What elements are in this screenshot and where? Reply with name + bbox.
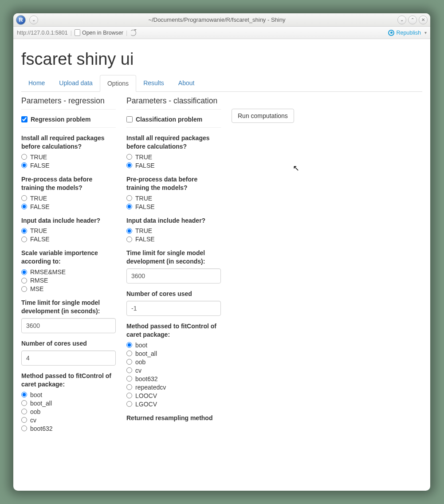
- cls-time-group: Time limit for single model development …: [126, 249, 221, 284]
- page-icon: [75, 29, 80, 36]
- reg-time-input[interactable]: [21, 318, 116, 333]
- cls-fit-group: Method passed to fitControl of caret pac…: [126, 322, 221, 408]
- url-field[interactable]: http://127.0.0.1:5801: [17, 30, 68, 36]
- cls-time-input[interactable]: [126, 268, 221, 284]
- tab-results[interactable]: Results: [136, 75, 171, 91]
- content-scroll[interactable]: fscaret shiny ui Home Upload data Option…: [13, 39, 430, 491]
- reg-fit-label: Method passed to fitControl of caret pac…: [21, 372, 116, 389]
- tab-options[interactable]: Options: [100, 75, 136, 92]
- reg-header-label: Input data include header?: [21, 217, 116, 225]
- reg-install-label: Install all required packages before cal…: [21, 134, 116, 151]
- col-run: Run computations: [232, 96, 422, 438]
- reg-preproc-label: Pre-process data before training the mod…: [21, 175, 116, 192]
- cls-cores-input[interactable]: [126, 301, 221, 316]
- page-title: fscaret shiny ui: [21, 50, 422, 69]
- reg-title: Parameters - regression: [21, 96, 116, 106]
- reg-preproc-group: Pre-process data before training the mod…: [21, 175, 116, 210]
- cls-problem-checkbox[interactable]: Classification problem: [126, 116, 221, 123]
- open-in-browser-button[interactable]: Open in Browser: [75, 29, 123, 36]
- reg-problem-checkbox[interactable]: Regression problem: [21, 116, 116, 123]
- r-app-icon: R: [16, 15, 26, 25]
- titlebar: R ⌄ ~/Documents/Programowanie/R/fscaret_…: [13, 13, 430, 27]
- tab-about[interactable]: About: [171, 75, 202, 91]
- reg-problem-label: Regression problem: [31, 116, 90, 123]
- cls-header-group: Input data include header? TRUE FALSE: [126, 217, 221, 243]
- app-window: R ⌄ ~/Documents/Programowanie/R/fscaret_…: [13, 13, 430, 491]
- cls-resamp-group: Returned resampling method: [126, 414, 221, 422]
- cls-title: Parameters - classification: [126, 96, 221, 106]
- republish-button[interactable]: Republish ▾: [388, 30, 427, 36]
- tab-home[interactable]: Home: [21, 75, 52, 91]
- reg-cores-input[interactable]: [21, 350, 116, 366]
- close-button[interactable]: ✕: [419, 16, 428, 24]
- reg-install-group: Install all required packages before cal…: [21, 134, 116, 169]
- reg-time-label: Time limit for single model development …: [21, 299, 116, 315]
- republish-label: Republish: [396, 30, 421, 36]
- cls-install-group: Install all required packages before cal…: [126, 134, 221, 169]
- content: fscaret shiny ui Home Upload data Option…: [13, 39, 430, 456]
- reg-problem-input[interactable]: [21, 116, 28, 122]
- reg-cores-group: Number of cores used: [21, 339, 116, 366]
- publish-icon: [388, 30, 394, 36]
- cls-problem-label: Classification problem: [136, 116, 202, 123]
- refresh-icon[interactable]: [130, 30, 136, 36]
- chevron-down-icon: ▾: [424, 30, 427, 35]
- toolbar: http://127.0.0.1:5801 | Open in Browser …: [13, 27, 430, 39]
- minimize-button[interactable]: ⌄: [397, 16, 406, 24]
- window-title: ~/Documents/Programowanie/R/fscaret_shin…: [38, 16, 396, 23]
- nav-tabs: Home Upload data Options Results About: [21, 75, 422, 92]
- columns: Parameters - regression Regression probl…: [21, 96, 422, 438]
- run-computations-button[interactable]: Run computations: [232, 109, 294, 123]
- reg-cores-label: Number of cores used: [21, 339, 116, 348]
- reg-fit-group: Method passed to fitControl of caret pac…: [21, 372, 116, 432]
- tab-upload[interactable]: Upload data: [52, 75, 100, 91]
- cls-problem-input[interactable]: [126, 116, 133, 122]
- sys-menu-button[interactable]: ⌄: [29, 16, 38, 24]
- cls-preproc-group: Pre-process data before training the mod…: [126, 175, 221, 210]
- cls-cores-group: Number of cores used: [126, 290, 221, 316]
- reg-scale-label: Scale variable importence according to:: [21, 249, 116, 266]
- col-regression: Parameters - regression Regression probl…: [21, 96, 116, 438]
- maximize-button[interactable]: ⌃: [408, 16, 417, 24]
- open-in-browser-label: Open in Browser: [82, 30, 123, 36]
- reg-header-group: Input data include header? TRUE FALSE: [21, 217, 116, 243]
- reg-scale-group: Scale variable importence according to: …: [21, 249, 116, 292]
- reg-time-group: Time limit for single model development …: [21, 299, 116, 333]
- col-classification: Parameters - classification Classificati…: [126, 96, 221, 438]
